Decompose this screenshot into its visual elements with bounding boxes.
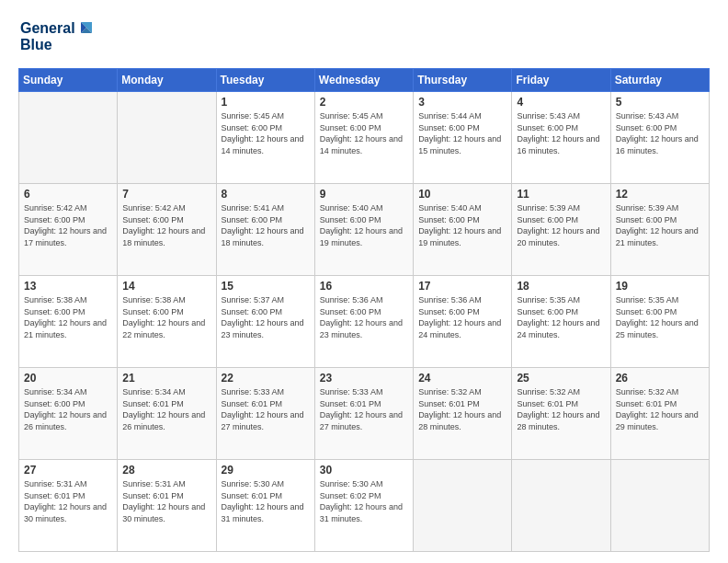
day-number: 16 bbox=[320, 280, 408, 293]
calendar-cell: 16Sunrise: 5:36 AM Sunset: 6:00 PM Dayli… bbox=[314, 276, 413, 368]
calendar-cell: 21Sunrise: 5:34 AM Sunset: 6:01 PM Dayli… bbox=[118, 368, 216, 460]
day-info: Sunrise: 5:32 AM Sunset: 6:01 PM Dayligh… bbox=[418, 386, 506, 432]
day-number: 9 bbox=[320, 188, 408, 201]
day-number: 27 bbox=[24, 464, 112, 477]
day-info: Sunrise: 5:36 AM Sunset: 6:00 PM Dayligh… bbox=[418, 294, 506, 340]
day-info: Sunrise: 5:43 AM Sunset: 6:00 PM Dayligh… bbox=[517, 110, 605, 156]
weekday-header-thursday: Thursday bbox=[414, 69, 512, 92]
weekday-header-wednesday: Wednesday bbox=[314, 69, 413, 92]
calendar-cell: 28Sunrise: 5:31 AM Sunset: 6:01 PM Dayli… bbox=[118, 460, 216, 552]
calendar-cell: 27Sunrise: 5:31 AM Sunset: 6:01 PM Dayli… bbox=[19, 460, 118, 552]
calendar-cell bbox=[414, 460, 512, 552]
weekday-header-sunday: Sunday bbox=[19, 69, 118, 92]
calendar-cell: 20Sunrise: 5:34 AM Sunset: 6:00 PM Dayli… bbox=[19, 368, 118, 460]
day-info: Sunrise: 5:38 AM Sunset: 6:00 PM Dayligh… bbox=[24, 294, 112, 340]
calendar-cell: 29Sunrise: 5:30 AM Sunset: 6:01 PM Dayli… bbox=[216, 460, 314, 552]
calendar-cell: 30Sunrise: 5:30 AM Sunset: 6:02 PM Dayli… bbox=[314, 460, 413, 552]
calendar-cell: 17Sunrise: 5:36 AM Sunset: 6:00 PM Dayli… bbox=[414, 276, 512, 368]
day-info: Sunrise: 5:34 AM Sunset: 6:00 PM Dayligh… bbox=[24, 386, 112, 432]
day-number: 25 bbox=[517, 372, 605, 385]
day-info: Sunrise: 5:37 AM Sunset: 6:00 PM Dayligh… bbox=[222, 294, 310, 340]
weekday-header-saturday: Saturday bbox=[610, 69, 709, 92]
calendar-cell: 5Sunrise: 5:43 AM Sunset: 6:00 PM Daylig… bbox=[610, 92, 709, 184]
calendar-week-2: 13Sunrise: 5:38 AM Sunset: 6:00 PM Dayli… bbox=[19, 276, 710, 368]
day-number: 13 bbox=[24, 280, 112, 293]
weekday-header-friday: Friday bbox=[512, 69, 610, 92]
day-number: 7 bbox=[122, 188, 210, 201]
day-number: 12 bbox=[616, 188, 704, 201]
calendar-cell: 13Sunrise: 5:38 AM Sunset: 6:00 PM Dayli… bbox=[19, 276, 118, 368]
calendar-week-1: 6Sunrise: 5:42 AM Sunset: 6:00 PM Daylig… bbox=[19, 184, 710, 276]
calendar-cell: 23Sunrise: 5:33 AM Sunset: 6:01 PM Dayli… bbox=[314, 368, 413, 460]
calendar-cell: 1Sunrise: 5:45 AM Sunset: 6:00 PM Daylig… bbox=[216, 92, 314, 184]
day-info: Sunrise: 5:30 AM Sunset: 6:02 PM Dayligh… bbox=[320, 478, 408, 524]
day-info: Sunrise: 5:31 AM Sunset: 6:01 PM Dayligh… bbox=[24, 478, 112, 524]
calendar-cell: 8Sunrise: 5:41 AM Sunset: 6:00 PM Daylig… bbox=[216, 184, 314, 276]
calendar-cell: 9Sunrise: 5:40 AM Sunset: 6:00 PM Daylig… bbox=[314, 184, 413, 276]
day-info: Sunrise: 5:31 AM Sunset: 6:01 PM Dayligh… bbox=[122, 478, 210, 524]
day-info: Sunrise: 5:42 AM Sunset: 6:00 PM Dayligh… bbox=[122, 202, 210, 248]
day-info: Sunrise: 5:30 AM Sunset: 6:01 PM Dayligh… bbox=[222, 478, 310, 524]
page: General Blue SundayMondayTuesdayWednesda… bbox=[0, 0, 728, 563]
day-number: 14 bbox=[122, 280, 210, 293]
day-number: 5 bbox=[616, 96, 704, 109]
day-info: Sunrise: 5:41 AM Sunset: 6:00 PM Dayligh… bbox=[222, 202, 310, 248]
day-number: 15 bbox=[222, 280, 310, 293]
calendar-header-row: SundayMondayTuesdayWednesdayThursdayFrid… bbox=[19, 69, 710, 92]
weekday-header-tuesday: Tuesday bbox=[216, 69, 314, 92]
day-info: Sunrise: 5:32 AM Sunset: 6:01 PM Dayligh… bbox=[616, 386, 704, 432]
day-number: 1 bbox=[222, 96, 310, 109]
calendar-cell bbox=[118, 92, 216, 184]
day-info: Sunrise: 5:38 AM Sunset: 6:00 PM Dayligh… bbox=[122, 294, 210, 340]
calendar-cell bbox=[610, 460, 709, 552]
day-info: Sunrise: 5:45 AM Sunset: 6:00 PM Dayligh… bbox=[320, 110, 408, 156]
day-info: Sunrise: 5:45 AM Sunset: 6:00 PM Dayligh… bbox=[222, 110, 310, 156]
day-info: Sunrise: 5:34 AM Sunset: 6:01 PM Dayligh… bbox=[122, 386, 210, 432]
calendar-cell: 11Sunrise: 5:39 AM Sunset: 6:00 PM Dayli… bbox=[512, 184, 610, 276]
calendar-cell: 22Sunrise: 5:33 AM Sunset: 6:01 PM Dayli… bbox=[216, 368, 314, 460]
calendar-week-0: 1Sunrise: 5:45 AM Sunset: 6:00 PM Daylig… bbox=[19, 92, 710, 184]
day-number: 23 bbox=[320, 372, 408, 385]
calendar-cell: 19Sunrise: 5:35 AM Sunset: 6:00 PM Dayli… bbox=[610, 276, 709, 368]
day-info: Sunrise: 5:33 AM Sunset: 6:01 PM Dayligh… bbox=[222, 386, 310, 432]
calendar-cell: 3Sunrise: 5:44 AM Sunset: 6:00 PM Daylig… bbox=[414, 92, 512, 184]
calendar-cell: 18Sunrise: 5:35 AM Sunset: 6:00 PM Dayli… bbox=[512, 276, 610, 368]
day-number: 17 bbox=[418, 280, 506, 293]
calendar-cell: 15Sunrise: 5:37 AM Sunset: 6:00 PM Dayli… bbox=[216, 276, 314, 368]
day-number: 22 bbox=[222, 372, 310, 385]
day-number: 20 bbox=[24, 372, 112, 385]
day-info: Sunrise: 5:44 AM Sunset: 6:00 PM Dayligh… bbox=[418, 110, 506, 156]
day-info: Sunrise: 5:42 AM Sunset: 6:00 PM Dayligh… bbox=[24, 202, 112, 248]
svg-text:General: General bbox=[20, 20, 75, 36]
day-info: Sunrise: 5:40 AM Sunset: 6:00 PM Dayligh… bbox=[418, 202, 506, 248]
day-info: Sunrise: 5:35 AM Sunset: 6:00 PM Dayligh… bbox=[616, 294, 704, 340]
day-number: 8 bbox=[222, 188, 310, 201]
calendar-cell: 12Sunrise: 5:39 AM Sunset: 6:00 PM Dayli… bbox=[610, 184, 709, 276]
header: General Blue bbox=[18, 15, 710, 59]
calendar-cell: 4Sunrise: 5:43 AM Sunset: 6:00 PM Daylig… bbox=[512, 92, 610, 184]
calendar-week-3: 20Sunrise: 5:34 AM Sunset: 6:00 PM Dayli… bbox=[19, 368, 710, 460]
day-number: 11 bbox=[517, 188, 605, 201]
calendar-week-4: 27Sunrise: 5:31 AM Sunset: 6:01 PM Dayli… bbox=[19, 460, 710, 552]
svg-text:Blue: Blue bbox=[20, 37, 52, 52]
logo-icon: General Blue bbox=[18, 15, 101, 55]
calendar-cell: 2Sunrise: 5:45 AM Sunset: 6:00 PM Daylig… bbox=[314, 92, 413, 184]
day-number: 2 bbox=[320, 96, 408, 109]
day-number: 24 bbox=[418, 372, 506, 385]
calendar-cell bbox=[19, 92, 118, 184]
logo: General Blue bbox=[18, 15, 101, 59]
day-number: 28 bbox=[122, 464, 210, 477]
calendar-cell: 25Sunrise: 5:32 AM Sunset: 6:01 PM Dayli… bbox=[512, 368, 610, 460]
day-number: 19 bbox=[616, 280, 704, 293]
day-number: 6 bbox=[24, 188, 112, 201]
day-number: 21 bbox=[122, 372, 210, 385]
day-info: Sunrise: 5:39 AM Sunset: 6:00 PM Dayligh… bbox=[616, 202, 704, 248]
day-info: Sunrise: 5:39 AM Sunset: 6:00 PM Dayligh… bbox=[517, 202, 605, 248]
day-number: 30 bbox=[320, 464, 408, 477]
calendar-cell: 6Sunrise: 5:42 AM Sunset: 6:00 PM Daylig… bbox=[19, 184, 118, 276]
day-number: 3 bbox=[418, 96, 506, 109]
day-info: Sunrise: 5:36 AM Sunset: 6:00 PM Dayligh… bbox=[320, 294, 408, 340]
weekday-header-monday: Monday bbox=[118, 69, 216, 92]
calendar-cell: 24Sunrise: 5:32 AM Sunset: 6:01 PM Dayli… bbox=[414, 368, 512, 460]
day-info: Sunrise: 5:40 AM Sunset: 6:00 PM Dayligh… bbox=[320, 202, 408, 248]
